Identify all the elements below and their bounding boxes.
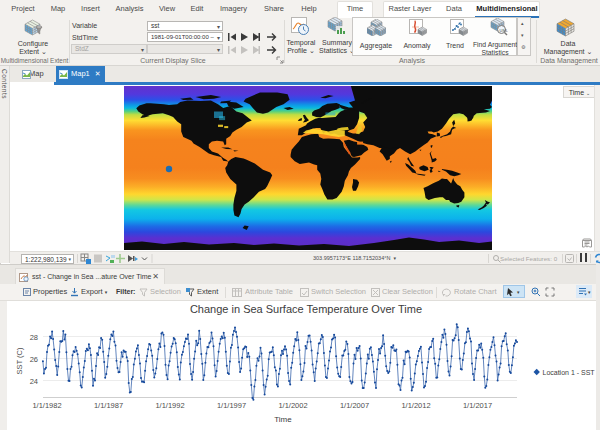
svg-text:1/1/1982: 1/1/1982 xyxy=(32,401,61,410)
svg-text:Time: Time xyxy=(274,415,292,424)
svg-text:Change in Sea Surface Temperat: Change in Sea Surface Temperature Over T… xyxy=(190,302,422,314)
svg-text:1/1/2002: 1/1/2002 xyxy=(278,401,307,410)
svg-text:1/1/2007: 1/1/2007 xyxy=(340,401,369,410)
svg-text:SST (C): SST (C) xyxy=(15,347,24,374)
svg-text:UML: UML xyxy=(500,28,509,33)
svg-text:1/1/1992: 1/1/1992 xyxy=(155,401,184,410)
svg-text:28: 28 xyxy=(30,332,38,341)
svg-text:1/1/1997: 1/1/1997 xyxy=(217,401,246,410)
svg-text:26: 26 xyxy=(30,354,38,363)
svg-text:Location 1 - SST: Location 1 - SST xyxy=(543,368,596,375)
svg-text:1/1/2017: 1/1/2017 xyxy=(463,401,492,410)
svg-text:24: 24 xyxy=(30,376,38,385)
svg-text:1/1/1987: 1/1/1987 xyxy=(94,401,123,410)
svg-text:1/1/2012: 1/1/2012 xyxy=(401,401,430,410)
